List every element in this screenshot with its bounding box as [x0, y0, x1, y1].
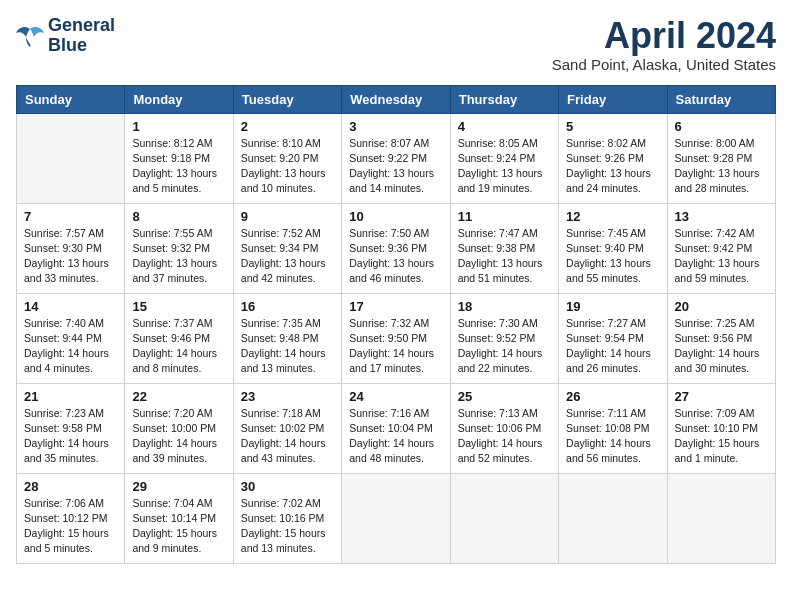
calendar-cell: 19Sunrise: 7:27 AMSunset: 9:54 PMDayligh… [559, 293, 667, 383]
day-number: 21 [24, 389, 117, 404]
day-number: 2 [241, 119, 334, 134]
day-number: 26 [566, 389, 659, 404]
calendar-cell: 28Sunrise: 7:06 AMSunset: 10:12 PMDaylig… [17, 473, 125, 563]
weekday-header-monday: Monday [125, 85, 233, 113]
day-info: Sunrise: 7:04 AMSunset: 10:14 PMDaylight… [132, 496, 225, 557]
calendar-cell: 3Sunrise: 8:07 AMSunset: 9:22 PMDaylight… [342, 113, 450, 203]
day-number: 13 [675, 209, 768, 224]
month-title: April 2024 [552, 16, 776, 56]
calendar-cell: 7Sunrise: 7:57 AMSunset: 9:30 PMDaylight… [17, 203, 125, 293]
day-info: Sunrise: 7:20 AMSunset: 10:00 PMDaylight… [132, 406, 225, 467]
week-row-3: 14Sunrise: 7:40 AMSunset: 9:44 PMDayligh… [17, 293, 776, 383]
day-info: Sunrise: 7:47 AMSunset: 9:38 PMDaylight:… [458, 226, 551, 287]
logo-bird-icon [16, 25, 44, 47]
calendar-cell [342, 473, 450, 563]
day-info: Sunrise: 7:52 AMSunset: 9:34 PMDaylight:… [241, 226, 334, 287]
week-row-5: 28Sunrise: 7:06 AMSunset: 10:12 PMDaylig… [17, 473, 776, 563]
day-info: Sunrise: 8:12 AMSunset: 9:18 PMDaylight:… [132, 136, 225, 197]
day-info: Sunrise: 7:42 AMSunset: 9:42 PMDaylight:… [675, 226, 768, 287]
calendar-cell: 16Sunrise: 7:35 AMSunset: 9:48 PMDayligh… [233, 293, 341, 383]
day-info: Sunrise: 7:40 AMSunset: 9:44 PMDaylight:… [24, 316, 117, 377]
day-number: 15 [132, 299, 225, 314]
calendar-cell: 22Sunrise: 7:20 AMSunset: 10:00 PMDaylig… [125, 383, 233, 473]
logo-text-line2: Blue [48, 36, 115, 56]
day-number: 29 [132, 479, 225, 494]
page-header: General Blue April 2024 Sand Point, Alas… [16, 16, 776, 73]
day-info: Sunrise: 7:13 AMSunset: 10:06 PMDaylight… [458, 406, 551, 467]
calendar-cell: 21Sunrise: 7:23 AMSunset: 9:58 PMDayligh… [17, 383, 125, 473]
calendar-cell [17, 113, 125, 203]
calendar-cell: 17Sunrise: 7:32 AMSunset: 9:50 PMDayligh… [342, 293, 450, 383]
calendar-cell: 10Sunrise: 7:50 AMSunset: 9:36 PMDayligh… [342, 203, 450, 293]
day-number: 6 [675, 119, 768, 134]
day-number: 19 [566, 299, 659, 314]
day-info: Sunrise: 7:30 AMSunset: 9:52 PMDaylight:… [458, 316, 551, 377]
calendar-cell [667, 473, 775, 563]
day-number: 4 [458, 119, 551, 134]
logo: General Blue [16, 16, 115, 56]
day-info: Sunrise: 7:18 AMSunset: 10:02 PMDaylight… [241, 406, 334, 467]
day-number: 22 [132, 389, 225, 404]
day-number: 11 [458, 209, 551, 224]
day-info: Sunrise: 7:25 AMSunset: 9:56 PMDaylight:… [675, 316, 768, 377]
day-number: 24 [349, 389, 442, 404]
day-info: Sunrise: 7:50 AMSunset: 9:36 PMDaylight:… [349, 226, 442, 287]
weekday-header-row: SundayMondayTuesdayWednesdayThursdayFrid… [17, 85, 776, 113]
day-number: 12 [566, 209, 659, 224]
day-info: Sunrise: 7:32 AMSunset: 9:50 PMDaylight:… [349, 316, 442, 377]
week-row-2: 7Sunrise: 7:57 AMSunset: 9:30 PMDaylight… [17, 203, 776, 293]
calendar-cell: 2Sunrise: 8:10 AMSunset: 9:20 PMDaylight… [233, 113, 341, 203]
calendar-cell: 23Sunrise: 7:18 AMSunset: 10:02 PMDaylig… [233, 383, 341, 473]
day-number: 8 [132, 209, 225, 224]
day-number: 30 [241, 479, 334, 494]
calendar-cell: 13Sunrise: 7:42 AMSunset: 9:42 PMDayligh… [667, 203, 775, 293]
location-subtitle: Sand Point, Alaska, United States [552, 56, 776, 73]
calendar-cell [450, 473, 558, 563]
day-number: 23 [241, 389, 334, 404]
day-info: Sunrise: 8:10 AMSunset: 9:20 PMDaylight:… [241, 136, 334, 197]
calendar-cell: 6Sunrise: 8:00 AMSunset: 9:28 PMDaylight… [667, 113, 775, 203]
day-number: 9 [241, 209, 334, 224]
calendar-cell: 4Sunrise: 8:05 AMSunset: 9:24 PMDaylight… [450, 113, 558, 203]
week-row-1: 1Sunrise: 8:12 AMSunset: 9:18 PMDaylight… [17, 113, 776, 203]
weekday-header-wednesday: Wednesday [342, 85, 450, 113]
calendar-cell: 26Sunrise: 7:11 AMSunset: 10:08 PMDaylig… [559, 383, 667, 473]
day-number: 16 [241, 299, 334, 314]
day-number: 25 [458, 389, 551, 404]
calendar-cell [559, 473, 667, 563]
calendar-cell: 25Sunrise: 7:13 AMSunset: 10:06 PMDaylig… [450, 383, 558, 473]
day-number: 7 [24, 209, 117, 224]
day-number: 28 [24, 479, 117, 494]
day-info: Sunrise: 7:23 AMSunset: 9:58 PMDaylight:… [24, 406, 117, 467]
day-number: 3 [349, 119, 442, 134]
day-number: 10 [349, 209, 442, 224]
weekday-header-tuesday: Tuesday [233, 85, 341, 113]
calendar-cell: 1Sunrise: 8:12 AMSunset: 9:18 PMDaylight… [125, 113, 233, 203]
calendar-cell: 24Sunrise: 7:16 AMSunset: 10:04 PMDaylig… [342, 383, 450, 473]
day-info: Sunrise: 7:16 AMSunset: 10:04 PMDaylight… [349, 406, 442, 467]
day-info: Sunrise: 7:37 AMSunset: 9:46 PMDaylight:… [132, 316, 225, 377]
calendar-cell: 18Sunrise: 7:30 AMSunset: 9:52 PMDayligh… [450, 293, 558, 383]
day-info: Sunrise: 7:45 AMSunset: 9:40 PMDaylight:… [566, 226, 659, 287]
calendar-cell: 30Sunrise: 7:02 AMSunset: 10:16 PMDaylig… [233, 473, 341, 563]
calendar-cell: 27Sunrise: 7:09 AMSunset: 10:10 PMDaylig… [667, 383, 775, 473]
day-number: 5 [566, 119, 659, 134]
title-area: April 2024 Sand Point, Alaska, United St… [552, 16, 776, 73]
day-info: Sunrise: 8:02 AMSunset: 9:26 PMDaylight:… [566, 136, 659, 197]
calendar-cell: 14Sunrise: 7:40 AMSunset: 9:44 PMDayligh… [17, 293, 125, 383]
calendar-cell: 20Sunrise: 7:25 AMSunset: 9:56 PMDayligh… [667, 293, 775, 383]
calendar-cell: 11Sunrise: 7:47 AMSunset: 9:38 PMDayligh… [450, 203, 558, 293]
day-info: Sunrise: 7:57 AMSunset: 9:30 PMDaylight:… [24, 226, 117, 287]
day-info: Sunrise: 7:06 AMSunset: 10:12 PMDaylight… [24, 496, 117, 557]
day-info: Sunrise: 7:27 AMSunset: 9:54 PMDaylight:… [566, 316, 659, 377]
day-number: 14 [24, 299, 117, 314]
week-row-4: 21Sunrise: 7:23 AMSunset: 9:58 PMDayligh… [17, 383, 776, 473]
weekday-header-friday: Friday [559, 85, 667, 113]
calendar-cell: 12Sunrise: 7:45 AMSunset: 9:40 PMDayligh… [559, 203, 667, 293]
calendar-cell: 15Sunrise: 7:37 AMSunset: 9:46 PMDayligh… [125, 293, 233, 383]
day-info: Sunrise: 7:02 AMSunset: 10:16 PMDaylight… [241, 496, 334, 557]
calendar-cell: 8Sunrise: 7:55 AMSunset: 9:32 PMDaylight… [125, 203, 233, 293]
calendar-cell: 9Sunrise: 7:52 AMSunset: 9:34 PMDaylight… [233, 203, 341, 293]
day-info: Sunrise: 8:00 AMSunset: 9:28 PMDaylight:… [675, 136, 768, 197]
day-number: 20 [675, 299, 768, 314]
